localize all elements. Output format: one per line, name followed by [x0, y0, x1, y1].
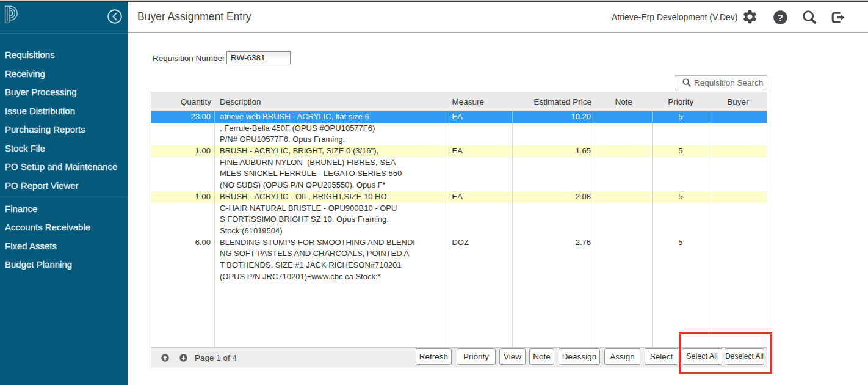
svg-text:?: ?	[778, 12, 783, 22]
